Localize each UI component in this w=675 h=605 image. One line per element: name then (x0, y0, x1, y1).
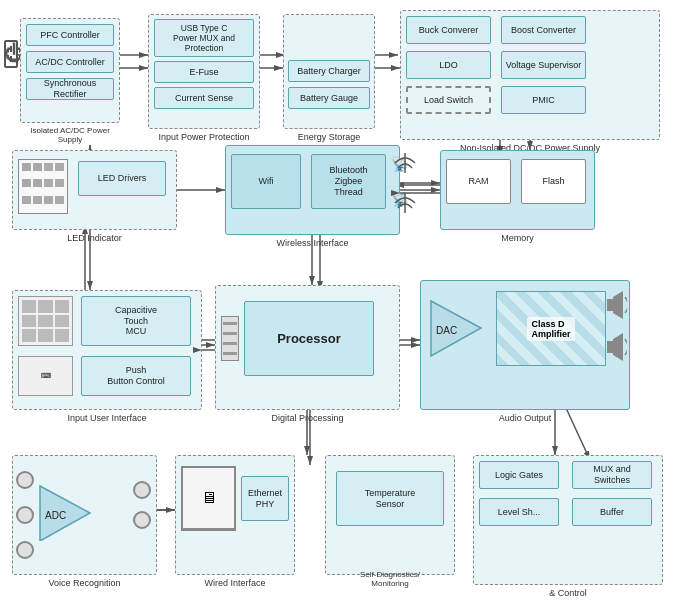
input-power-label: Input Power Protection (149, 132, 259, 142)
buffer: Buffer (572, 498, 652, 526)
battery-gauge: Battery Gauge (288, 87, 370, 109)
logic-control-label: & Control (474, 588, 662, 598)
energy-storage-label: Energy Storage (284, 132, 374, 142)
voltage-supervisor: Voltage Supervisor (501, 51, 586, 79)
svg-text:DAC: DAC (436, 325, 457, 336)
flash: Flash (521, 159, 586, 204)
led-label: LED Indicator (13, 233, 176, 243)
digital-processing-section: Processor Digital Processing (215, 285, 400, 410)
energy-storage-section: Battery Charger Battery Gauge Energy Sto… (283, 14, 375, 129)
svg-marker-25 (613, 333, 623, 361)
boost-converter: Boost Converter (501, 16, 586, 44)
acdc-controller: AC/DC Controller (26, 51, 114, 73)
wired-interface-section: 🖥 Ethernet PHY Wired Interface (175, 455, 295, 575)
pfc-controller: PFC Controller (26, 24, 114, 46)
speaker-2 (605, 331, 627, 366)
logic-gates: Logic Gates (479, 461, 559, 489)
wifi: Wifi (231, 154, 301, 209)
ethernet-symbol: 🖥 (181, 466, 236, 531)
processor: Processor (244, 301, 374, 376)
voice-recognition-section: ADC Voice Recognition (12, 455, 157, 575)
adc-shape: ADC (35, 481, 95, 541)
load-switch: Load Switch (406, 86, 491, 114)
mic-symbol-left (16, 471, 34, 489)
svg-rect-24 (607, 341, 613, 353)
antenna-svg (390, 148, 420, 228)
class-d-amplifier: Class DAmplifier (496, 291, 606, 366)
mic-symbol-right (16, 506, 34, 524)
synchronous-rectifier: Synchronous Rectifier (26, 78, 114, 100)
isolated-acdc-section: PFC Controller AC/DC Controller Synchron… (20, 18, 120, 123)
audio-output-label: Audio Output (421, 413, 629, 423)
self-diagnostics-label: Self-Diagnostics/Monitoring (326, 570, 454, 588)
mic-out-top (133, 481, 151, 499)
keypad-symbol: ⌨ (18, 356, 73, 396)
ethernet-phy: Ethernet PHY (241, 476, 289, 521)
wireless-label: Wireless Interface (226, 238, 399, 248)
wired-interface-label: Wired Interface (176, 578, 294, 588)
dac-shape: DAC (426, 296, 486, 361)
speaker-1 (605, 289, 627, 324)
mic-out-bottom (133, 511, 151, 529)
wireless-section: 📡 📡 Wifi BluetoothZigbeeThread Wireless … (225, 145, 400, 235)
memory-section: RAM Flash Memory (440, 150, 595, 230)
push-button-control: PushButton Control (81, 356, 191, 396)
led-indicator-section: LED Drivers LED Indicator (12, 150, 177, 230)
ram: RAM (446, 159, 511, 204)
battery-charger: Battery Charger (288, 60, 370, 82)
non-isolated-section: Buck Converer Boost Converter LDO Voltag… (400, 10, 660, 140)
ldo: LDO (406, 51, 491, 79)
current-sense: Current Sense (154, 87, 254, 109)
mux-switches: MUX andSwitches (572, 461, 652, 489)
svg-rect-22 (607, 299, 613, 311)
input-user-section: CapacitiveTouchMCU ⌨ PushButton Control … (12, 290, 202, 410)
memory-label: Memory (441, 233, 594, 243)
logic-control-section: Logic Gates MUX andSwitches Level Sh... … (473, 455, 663, 585)
audio-output-section: DAC Class DAmplifier Audio Output (420, 280, 630, 410)
power-plug-symbol (4, 40, 18, 68)
e-fuse: E-Fuse (154, 61, 254, 83)
bluetooth-zigbee: BluetoothZigbeeThread (311, 154, 386, 209)
mic-symbol-right2 (16, 541, 34, 559)
svg-text:ADC: ADC (45, 510, 66, 521)
input-user-label: Input User Interface (13, 413, 201, 423)
processor-memory-symbol (221, 316, 239, 361)
led-grid (18, 159, 68, 214)
voice-recognition-label: Voice Recognition (13, 578, 156, 588)
temperature-sensor: TemperatureSensor (336, 471, 444, 526)
capacitive-touch-mcu: CapacitiveTouchMCU (81, 296, 191, 346)
self-diagnostics-section: TemperatureSensor Self-Diagnostics/Monit… (325, 455, 455, 575)
input-power-section: USB Type CPower MUX andProtection E-Fuse… (148, 14, 260, 129)
isolated-acdc-label: Isolated AC/DC PowerSupply (21, 126, 119, 144)
usb-type-c-mux: USB Type CPower MUX andProtection (154, 19, 254, 57)
system-block-diagram: ⏻ PFC Controller AC/DC Controller Synchr… (0, 0, 675, 605)
pmic: PMIC (501, 86, 586, 114)
buck-converter: Buck Converer (406, 16, 491, 44)
svg-marker-23 (613, 291, 623, 319)
touch-grid (18, 296, 73, 346)
led-drivers: LED Drivers (78, 161, 166, 196)
digital-processing-label: Digital Processing (216, 413, 399, 423)
level-shift: Level Sh... (479, 498, 559, 526)
